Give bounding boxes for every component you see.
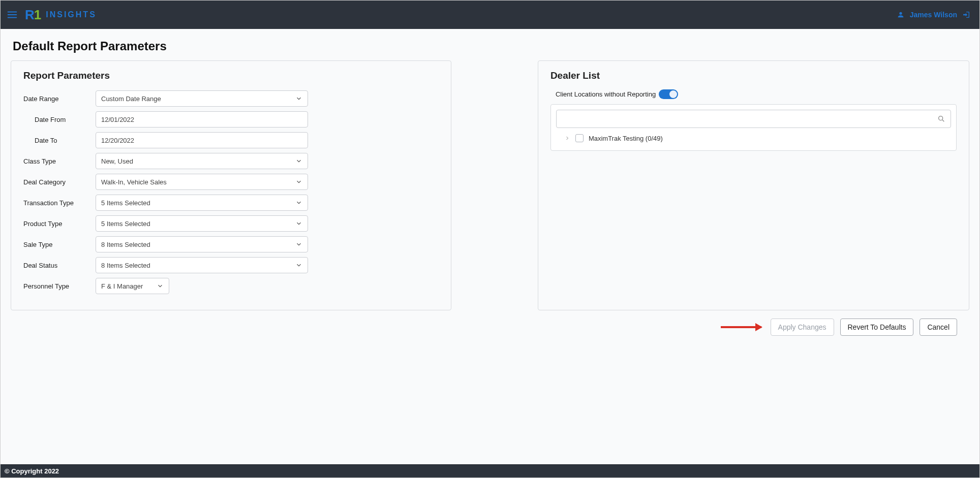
date-from-input[interactable]: 12/01/2022 bbox=[96, 111, 308, 128]
user-name: James Wilson bbox=[910, 11, 957, 19]
label-date-from: Date From bbox=[23, 116, 96, 123]
dealer-list-box: MaximTrak Testing (0/49) bbox=[550, 104, 957, 151]
topbar-left: R1 INSIGHTS bbox=[7, 8, 97, 21]
annotation-arrow bbox=[721, 326, 761, 328]
revert-label: Revert To Defaults bbox=[848, 323, 906, 331]
user-icon bbox=[897, 11, 905, 19]
dealer-search-input[interactable] bbox=[556, 110, 951, 128]
date-from-value: 12/01/2022 bbox=[101, 116, 134, 123]
sale-type-value: 8 Items Selected bbox=[101, 241, 150, 248]
copyright-text: © Copyright 2022 bbox=[5, 467, 59, 475]
apply-changes-button[interactable]: Apply Changes bbox=[771, 318, 834, 336]
chevron-right-icon bbox=[564, 135, 570, 141]
personnel-type-select[interactable]: F & I Manager bbox=[96, 278, 169, 294]
product-type-select[interactable]: 5 Items Selected bbox=[96, 215, 308, 232]
transaction-type-value: 5 Items Selected bbox=[101, 199, 150, 207]
class-type-value: New, Used bbox=[101, 157, 133, 165]
dealer-checkbox[interactable] bbox=[575, 134, 584, 142]
transaction-type-select[interactable]: 5 Items Selected bbox=[96, 195, 308, 211]
product-type-value: 5 Items Selected bbox=[101, 220, 150, 228]
chevron-down-icon bbox=[295, 220, 302, 227]
dealer-tree-label: MaximTrak Testing (0/49) bbox=[589, 135, 663, 142]
revert-to-defaults-button[interactable]: Revert To Defaults bbox=[840, 318, 914, 336]
dealer-toggle-label: Client Locations without Reporting bbox=[556, 90, 656, 98]
chevron-down-icon bbox=[295, 262, 302, 269]
menu-icon[interactable] bbox=[7, 9, 18, 20]
sale-type-select[interactable]: 8 Items Selected bbox=[96, 236, 308, 252]
dealer-list-title: Dealer List bbox=[550, 70, 957, 81]
label-personnel-type: Personnel Type bbox=[23, 282, 96, 290]
search-icon bbox=[937, 115, 945, 123]
brand-logo[interactable]: R1 INSIGHTS bbox=[25, 8, 97, 21]
deal-category-value: Walk-In, Vehicle Sales bbox=[101, 178, 167, 186]
label-product-type: Product Type bbox=[23, 220, 96, 228]
topbar: R1 INSIGHTS James Wilson bbox=[1, 1, 979, 29]
report-parameters-panel: Report Parameters Date Range Custom Date… bbox=[11, 60, 451, 310]
brand-text: INSIGHTS bbox=[46, 10, 97, 19]
personnel-type-value: F & I Manager bbox=[101, 282, 143, 290]
label-sale-type: Sale Type bbox=[23, 241, 96, 248]
client-locations-toggle[interactable] bbox=[659, 89, 678, 99]
chevron-down-icon bbox=[295, 199, 302, 206]
deal-status-value: 8 Items Selected bbox=[101, 262, 150, 269]
date-range-value: Custom Date Range bbox=[101, 95, 161, 103]
label-deal-category: Deal Category bbox=[23, 178, 96, 186]
chevron-down-icon bbox=[295, 241, 302, 248]
chevron-down-icon bbox=[295, 95, 302, 102]
action-row: Apply Changes Revert To Defaults Cancel bbox=[11, 310, 969, 336]
chevron-down-icon bbox=[157, 282, 164, 290]
chevron-down-icon bbox=[295, 157, 302, 165]
cancel-label: Cancel bbox=[927, 323, 950, 331]
dealer-toggle-row: Client Locations without Reporting bbox=[556, 89, 957, 99]
apply-changes-label: Apply Changes bbox=[778, 323, 826, 331]
label-deal-status: Deal Status bbox=[23, 262, 96, 269]
dealer-list-panel: Dealer List Client Locations without Rep… bbox=[538, 60, 969, 310]
class-type-select[interactable]: New, Used bbox=[96, 153, 308, 169]
dealer-tree-row[interactable]: MaximTrak Testing (0/49) bbox=[551, 130, 956, 150]
page-title: Default Report Parameters bbox=[13, 39, 967, 53]
deal-category-select[interactable]: Walk-In, Vehicle Sales bbox=[96, 174, 308, 190]
date-to-input[interactable]: 12/20/2022 bbox=[96, 132, 308, 148]
date-to-value: 12/20/2022 bbox=[101, 137, 134, 144]
cancel-button[interactable]: Cancel bbox=[920, 318, 957, 336]
date-range-select[interactable]: Custom Date Range bbox=[96, 90, 308, 107]
chevron-down-icon bbox=[295, 178, 302, 185]
label-class-type: Class Type bbox=[23, 157, 96, 165]
deal-status-select[interactable]: 8 Items Selected bbox=[96, 257, 308, 273]
svg-point-0 bbox=[939, 116, 943, 120]
label-date-to: Date To bbox=[23, 137, 96, 144]
logo-mark: R1 bbox=[25, 8, 41, 21]
user-menu[interactable]: James Wilson bbox=[897, 11, 970, 19]
footer: © Copyright 2022 bbox=[1, 464, 979, 477]
report-parameters-title: Report Parameters bbox=[23, 70, 439, 81]
label-date-range: Date Range bbox=[23, 95, 96, 103]
logout-icon[interactable] bbox=[962, 11, 970, 19]
label-transaction-type: Transaction Type bbox=[23, 199, 96, 207]
